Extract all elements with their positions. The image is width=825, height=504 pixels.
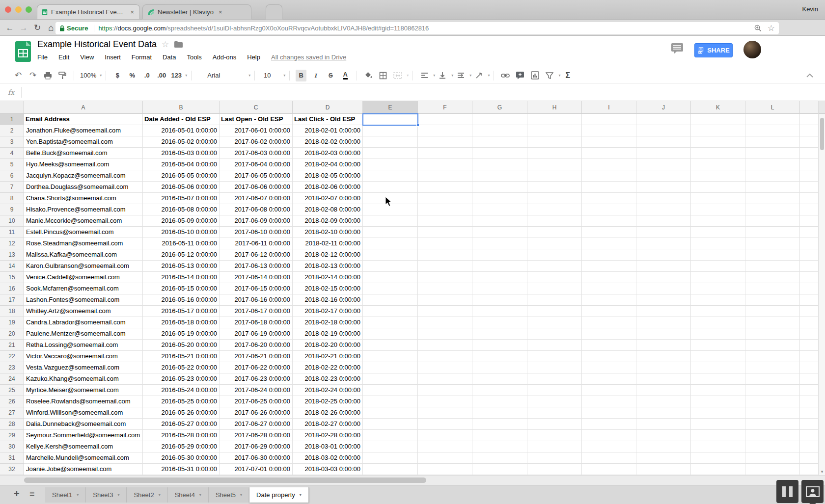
cell-J14[interactable] <box>636 261 691 272</box>
italic-button[interactable]: I <box>310 70 321 81</box>
cell-L21[interactable] <box>745 340 800 351</box>
cell-A2[interactable]: Jonathon.Fluke@someemail.com <box>24 125 143 136</box>
cell-G18[interactable] <box>472 306 527 317</box>
zoom-select[interactable]: 100% <box>80 70 96 81</box>
cell-E9[interactable] <box>363 204 418 215</box>
cell-F4[interactable] <box>418 148 472 159</box>
sheet-tab-sheet5[interactable]: Sheet5 ▾ <box>209 487 249 503</box>
add-sheet-button[interactable]: + <box>14 488 20 500</box>
cell-C20[interactable]: 2017-06-19 0:00:00 <box>220 328 293 340</box>
star-document-icon[interactable]: ☆ <box>162 39 169 50</box>
cell-L8[interactable] <box>745 193 800 204</box>
cell-H20[interactable] <box>527 328 582 340</box>
column-header-D[interactable]: D <box>293 101 363 114</box>
cell-L4[interactable] <box>745 148 800 159</box>
row-header-15[interactable]: 15 <box>0 272 24 283</box>
cell-C17[interactable]: 2017-06-16 0:00:00 <box>220 294 293 306</box>
cell-C12[interactable]: 2017-06-11 0:00:00 <box>220 238 293 249</box>
format-currency-button[interactable]: $ <box>112 70 123 81</box>
cell-K3[interactable] <box>691 136 745 148</box>
cell-H8[interactable] <box>527 193 582 204</box>
cell-H4[interactable] <box>527 148 582 159</box>
cell-F24[interactable] <box>418 373 472 385</box>
cell-F25[interactable] <box>418 385 472 396</box>
cell-I21[interactable] <box>582 340 636 351</box>
cell-B11[interactable]: 2016-05-10 0:00:00 <box>143 227 220 238</box>
cell-B24[interactable]: 2016-05-23 0:00:00 <box>143 373 220 385</box>
cell-E18[interactable] <box>363 306 418 317</box>
cell-J17[interactable] <box>636 294 691 306</box>
cell-H28[interactable] <box>527 419 582 430</box>
column-header-F[interactable]: F <box>418 101 472 114</box>
cell-E24[interactable] <box>363 373 418 385</box>
cell-A25[interactable]: Myrtice.Meiser@someemail.com <box>24 385 143 396</box>
cell-E31[interactable] <box>363 452 418 464</box>
formula-input[interactable] <box>22 83 825 101</box>
comments-icon[interactable] <box>671 43 684 54</box>
row-header-5[interactable]: 5 <box>0 159 24 170</box>
cell-H1[interactable] <box>527 114 582 125</box>
fill-handle[interactable] <box>416 124 419 127</box>
cell-J31[interactable] <box>636 452 691 464</box>
menu-insert[interactable]: Insert <box>105 53 121 61</box>
cell-F23[interactable] <box>418 362 472 373</box>
cell-I24[interactable] <box>582 373 636 385</box>
cell-E4[interactable] <box>363 148 418 159</box>
cell-F13[interactable] <box>418 249 472 261</box>
chevron-down-icon[interactable]: ▾ <box>240 493 242 497</box>
cell-A9[interactable]: Hisako.Provence@someemail.com <box>24 204 143 215</box>
insert-link-icon[interactable] <box>500 70 511 81</box>
cell-E26[interactable] <box>363 396 418 407</box>
back-icon[interactable]: ← <box>3 23 17 33</box>
cell-E23[interactable] <box>363 362 418 373</box>
cell-E11[interactable] <box>363 227 418 238</box>
menu-tools[interactable]: Tools <box>187 53 201 61</box>
cell-F7[interactable] <box>418 182 472 193</box>
cell-C28[interactable]: 2017-06-27 0:00:00 <box>220 419 293 430</box>
chevron-down-icon[interactable]: ▾ <box>283 73 285 78</box>
cell-G11[interactable] <box>472 227 527 238</box>
sheet-tab-date-property[interactable]: Date property ▾ <box>249 487 309 503</box>
cell-I13[interactable] <box>582 249 636 261</box>
cell-E29[interactable] <box>363 430 418 441</box>
move-folder-icon[interactable] <box>174 41 183 48</box>
close-window-button[interactable] <box>5 6 11 13</box>
cell-A28[interactable]: Dalia.Dunneback@someemail.com <box>24 419 143 430</box>
cell-E25[interactable] <box>363 385 418 396</box>
cell-D11[interactable]: 2018-02-10 0:00:00 <box>293 227 363 238</box>
cell-F2[interactable] <box>418 125 472 136</box>
cell-C6[interactable]: 2017-06-05 0:00:00 <box>220 170 293 182</box>
cell-E19[interactable] <box>363 317 418 328</box>
row-header-25[interactable]: 25 <box>0 385 24 396</box>
cell-D5[interactable]: 2018-02-04 0:00:00 <box>293 159 363 170</box>
column-header-J[interactable]: J <box>636 101 691 114</box>
cell-J7[interactable] <box>636 182 691 193</box>
cell-G16[interactable] <box>472 283 527 294</box>
cell-E13[interactable] <box>363 249 418 261</box>
cell-H19[interactable] <box>527 317 582 328</box>
cell-I20[interactable] <box>582 328 636 340</box>
cell-L29[interactable] <box>745 430 800 441</box>
row-header-32[interactable]: 32 <box>0 464 24 475</box>
cell-C26[interactable]: 2017-06-25 0:00:00 <box>220 396 293 407</box>
cell-K23[interactable] <box>691 362 745 373</box>
cell-H32[interactable] <box>527 464 582 475</box>
cell-A23[interactable]: Vesta.Vazguez@someemail.com <box>24 362 143 373</box>
cell-F17[interactable] <box>418 294 472 306</box>
row-header-17[interactable]: 17 <box>0 294 24 306</box>
save-status[interactable]: All changes saved in Drive <box>271 53 346 61</box>
chevron-down-icon[interactable]: ▾ <box>469 73 471 78</box>
merge-cells-icon[interactable] <box>392 70 403 81</box>
cell-G20[interactable] <box>472 328 527 340</box>
decrease-decimal-button[interactable]: .0 <box>141 70 152 81</box>
cell-J19[interactable] <box>636 317 691 328</box>
menu-addons[interactable]: Add-ons <box>213 53 236 61</box>
cell-K26[interactable] <box>691 396 745 407</box>
chevron-down-icon[interactable]: ▾ <box>248 73 250 78</box>
increase-decimal-button[interactable]: .00 <box>156 70 167 81</box>
sheet-tab-sheet4[interactable]: Sheet4 ▾ <box>168 487 209 503</box>
cell-G21[interactable] <box>472 340 527 351</box>
column-header-H[interactable]: H <box>527 101 582 114</box>
cell-C18[interactable]: 2017-06-17 0:00:00 <box>220 306 293 317</box>
row-header-22[interactable]: 22 <box>0 351 24 362</box>
